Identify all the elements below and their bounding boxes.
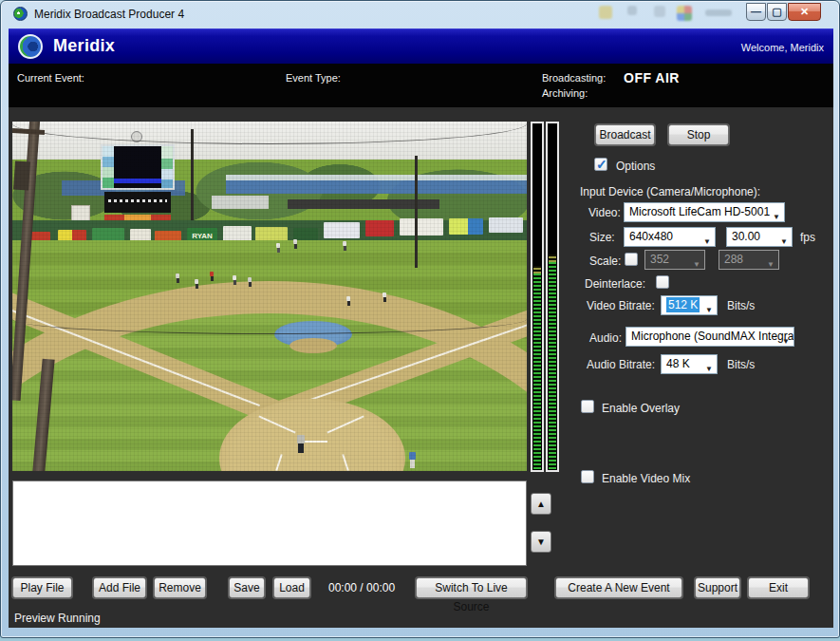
audio-bitrate-unit-label: Bits/s (727, 358, 755, 371)
desktop-icon-blur (627, 6, 637, 15)
scale-height-select: 288 (719, 250, 779, 270)
scene-backstop-net (12, 122, 527, 471)
options-checkbox[interactable] (594, 158, 607, 171)
desktop-icon-blur (677, 6, 692, 21)
deinterlace-checkbox[interactable] (656, 275, 669, 289)
scale-label: Scale: (589, 255, 621, 268)
event-status-bar: Current Event: Event Type: Broadcasting:… (9, 64, 833, 107)
archiving-label: Archiving: (542, 87, 588, 99)
scale-checkbox[interactable] (625, 253, 638, 266)
meridix-logo-icon (18, 34, 43, 59)
audio-source-select[interactable]: Microphone (SoundMAX Integra (625, 327, 794, 347)
app-window: Meridix Broadcast Producer 4 — ▢ ✕ Merid… (0, 0, 840, 638)
playlist-box[interactable] (12, 481, 527, 566)
enable-overlay-checkbox[interactable] (581, 400, 594, 413)
video-bitrate-label: Video Bitrate: (587, 299, 655, 312)
play-file-button[interactable]: Play File (12, 577, 72, 598)
title-bar[interactable]: Meridix Broadcast Producer 4 — ▢ ✕ (1, 1, 839, 28)
exit-button[interactable]: Exit (748, 577, 809, 598)
stop-button[interactable]: Stop (668, 124, 729, 145)
audio-source-label: Audio: (589, 331, 622, 345)
video-source-label: Video: (588, 206, 621, 219)
add-file-button[interactable]: Add File (93, 577, 146, 598)
desktop-icon-blur (599, 6, 612, 19)
preview-status-text: Preview Running (14, 612, 101, 625)
audio-level-meter-left (531, 122, 544, 472)
brand-header: Meridix Welcome, Meridix (9, 28, 833, 64)
playback-time: 00:00 / 00:00 (328, 581, 395, 594)
close-button[interactable]: ✕ (788, 3, 821, 21)
deinterlace-label: Deinterlace: (585, 277, 645, 291)
video-bitrate-unit-label: Bits/s (727, 299, 755, 312)
audio-level-meter-right (546, 122, 559, 472)
audio-bitrate-select[interactable]: 48 K (661, 354, 718, 374)
video-bitrate-value: 512 K (666, 297, 700, 312)
maximize-button[interactable]: ▢ (767, 3, 787, 21)
broadcast-button[interactable]: Broadcast (595, 124, 655, 145)
video-bitrate-select[interactable]: 512 K (661, 295, 718, 315)
remove-button[interactable]: Remove (154, 577, 206, 598)
broadcasting-label: Broadcasting: (542, 72, 606, 84)
switch-to-live-button[interactable]: Switch To Live Source (416, 577, 527, 598)
audio-bitrate-label: Audio Bitrate: (587, 358, 655, 371)
scale-width-select: 352 (644, 250, 705, 270)
broadcasting-status-value: OFF AIR (624, 70, 680, 85)
load-button[interactable]: Load (273, 577, 310, 598)
welcome-text: Welcome, Meridix (741, 42, 824, 53)
desktop-icon-blur (705, 9, 732, 16)
options-label: Options (616, 160, 655, 173)
video-source-select[interactable]: Microsoft LifeCam HD-5001 (624, 202, 785, 222)
save-button[interactable]: Save (229, 577, 265, 598)
playlist-down-button[interactable]: ▼ (531, 531, 551, 553)
desktop-icon-blur (654, 6, 665, 17)
minimize-button[interactable]: — (746, 3, 766, 21)
fps-select[interactable]: 30.00 (726, 227, 793, 247)
size-select[interactable]: 640x480 (624, 227, 716, 247)
brand-name: Meridix (53, 36, 115, 56)
support-button[interactable]: Support (695, 577, 740, 598)
playlist-up-button[interactable]: ▲ (531, 493, 551, 515)
client-area: RYAN (9, 107, 833, 628)
app-icon (13, 7, 28, 21)
fps-unit-label: fps (800, 231, 815, 244)
size-label: Size: (589, 231, 615, 244)
enable-overlay-label: Enable Overlay (602, 402, 680, 415)
current-event-label: Current Event: (17, 72, 84, 84)
enable-video-mix-checkbox[interactable] (581, 470, 594, 483)
input-device-section-label: Input Device (Camera/Microphone): (580, 185, 760, 198)
create-new-event-button[interactable]: Create A New Event (555, 577, 682, 598)
event-type-label: Event Type: (286, 72, 341, 84)
video-preview: RYAN (12, 122, 527, 471)
enable-video-mix-label: Enable Video Mix (602, 472, 690, 485)
window-title: Meridix Broadcast Producer 4 (34, 8, 184, 21)
